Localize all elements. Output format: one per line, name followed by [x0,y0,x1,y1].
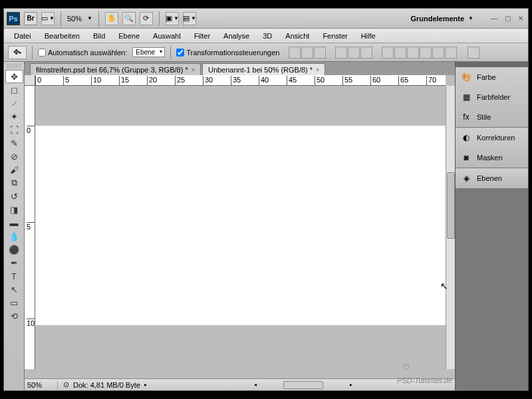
align-top-icon[interactable] [289,47,301,59]
menu-fenster[interactable]: Fenster [317,31,353,41]
app-window: Ps Br ▭▼ 50%▼ ✋ 🔍 ⟳ ▣▼ ▤▼ Grundelemente▼… [3,8,529,391]
vertical-ruler[interactable]: 0510 [25,86,35,369]
info-icon[interactable]: ⊙ [63,380,69,389]
align-group-1 [289,47,326,59]
gradient-tool[interactable]: ▬ [5,216,23,229]
dodge-tool[interactable]: ⚫ [5,243,23,256]
dist-3-icon[interactable] [407,47,419,59]
shape-tool[interactable]: ▭ [5,296,23,309]
crop-tool[interactable]: ⛶ [5,123,23,136]
menu-auswahl[interactable]: Auswahl [147,31,187,41]
arrange-icon[interactable]: ▤▼ [183,12,196,25]
maximize-button[interactable]: ▢ [503,14,512,23]
zoom-level[interactable]: 50% [67,15,82,23]
rotate-icon[interactable]: ⟳ [140,12,153,25]
tab-close-icon[interactable]: × [316,66,319,73]
pen-tool[interactable]: ✒ [5,256,23,269]
ebenen-icon: ◈ [461,173,471,184]
blur-tool[interactable]: 💧 [5,229,23,243]
hand-tool-icon[interactable]: ✋ [105,12,118,25]
align-bottom-icon[interactable] [314,47,326,59]
menu-ebene[interactable]: Ebene [112,31,146,41]
type-tool[interactable]: T [5,269,23,283]
layout-icon[interactable]: ▭▼ [41,12,55,25]
minimize-button[interactable]: — [489,14,499,23]
close-button[interactable]: ✕ [516,14,525,23]
menu-datei[interactable]: Datei [8,31,37,41]
dist-6-icon[interactable] [445,47,457,59]
farbfelder-icon: ▦ [461,92,471,102]
panel-farbe[interactable]: 🎨Farbe [456,67,528,87]
zoom-tool-icon[interactable]: 🔍 [122,12,136,25]
panel-stile[interactable]: fxStile [456,107,528,127]
dist-4-icon[interactable] [420,47,432,59]
horizontal-ruler[interactable]: 0510152025303540455055606570 [35,75,446,86]
canvas-container: 0510152025303540455055606570 0510 [25,75,455,378]
menu-bearbeiten[interactable]: Bearbeiten [39,31,86,41]
menu-3d[interactable]: 3D [257,31,278,41]
distribute-group [382,47,457,59]
panel-dock: 🎨Farbe▦FarbfelderfxStile ◐Korrekturen◙Ma… [455,62,528,390]
align-right-icon[interactable] [360,47,372,59]
dist-5-icon[interactable] [432,47,444,59]
menu-hilfe[interactable]: Hilfe [355,31,382,41]
document-area: filmstreifen.psd bei 66,7% (Gruppe 3, RG… [25,62,455,390]
3d-tool[interactable]: ⟲ [5,309,23,323]
options-bar: ✥▸ Automatisch auswählen: Ebene Transfor… [4,43,528,62]
menu-bild[interactable]: Bild [87,31,111,41]
menu-ansicht[interactable]: Ansicht [279,31,315,41]
align-group-2 [335,47,372,59]
document-canvas[interactable] [35,126,446,325]
document-tab[interactable]: Unbenannt-1 bei 50% (RGB/8) *× [202,63,325,75]
dist-2-icon[interactable] [394,47,406,59]
scrollbar-thumb[interactable] [447,172,455,239]
move-tool[interactable]: ✥ [5,70,23,83]
toolbox-handle[interactable] [7,63,21,68]
horizontal-scrollbar[interactable]: ◂▸ [152,381,455,389]
eraser-tool[interactable]: ◨ [5,203,23,216]
canvas[interactable] [35,86,446,369]
panel-farbfelder[interactable]: ▦Farbfelder [456,87,528,107]
wand-tool[interactable]: ✦ [5,110,23,123]
masken-icon: ◙ [461,152,471,163]
history-brush-tool[interactable]: ↺ [5,190,23,203]
menu-filter[interactable]: Filter [188,31,216,41]
align-left-icon[interactable] [335,47,347,59]
vertical-scrollbar[interactable] [446,86,455,369]
document-tabs: filmstreifen.psd bei 66,7% (Gruppe 3, RG… [25,62,455,75]
stile-icon: fx [461,112,471,122]
auto-align-icon[interactable] [467,47,479,59]
photoshop-logo-icon: Ps [7,12,20,25]
top-toolbar: Ps Br ▭▼ 50%▼ ✋ 🔍 ⟳ ▣▼ ▤▼ Grundelemente▼… [4,9,528,29]
brush-tool[interactable]: 🖌 [5,163,23,176]
document-tab[interactable]: filmstreifen.psd bei 66,7% (Gruppe 3, RG… [30,63,201,75]
chevron-down-icon[interactable]: ▼ [87,15,92,21]
marquee-tool[interactable]: ◻ [5,83,23,96]
status-zoom[interactable]: 50% [25,381,58,389]
dist-1-icon[interactable] [382,47,394,59]
bridge-icon[interactable]: Br [24,12,37,25]
align-vcenter-icon[interactable] [301,47,313,59]
move-tool-indicator[interactable]: ✥▸ [8,46,27,59]
tab-close-icon[interactable]: × [192,66,195,73]
work-area: ✥ ◻ ⟋ ✦ ⛶ ✎ ⊘ 🖌 ⧉ ↺ ◨ ▬ 💧 ⚫ ✒ T ↖ ▭ ⟲ fi… [4,62,528,390]
align-hcenter-icon[interactable] [348,47,360,59]
lasso-tool[interactable]: ⟋ [5,96,23,110]
workspace-switcher[interactable]: Grundelemente▼ [405,13,479,24]
menu-analyse[interactable]: Analyse [217,31,255,41]
panel-ebenen[interactable]: ◈Ebenen [456,168,528,188]
auto-select-checkbox[interactable]: Automatisch auswählen: [38,49,127,57]
panel-handle[interactable] [456,62,528,67]
eyedropper-tool[interactable]: ✎ [5,136,23,150]
transform-controls-checkbox[interactable]: Transformationssteuerungen [176,49,279,57]
menu-bar: DateiBearbeitenBildEbeneAuswahlFilterAna… [4,29,528,43]
path-tool[interactable]: ↖ [5,283,23,296]
status-bar: 50% ⊙Dok: 4,81 MB/0 Byte▸ ◂▸ [25,378,455,390]
layer-select-dropdown[interactable]: Ebene [132,47,165,57]
ruler-corner[interactable] [25,75,35,86]
panel-masken[interactable]: ◙Masken [456,148,528,168]
screen-mode-icon[interactable]: ▣▼ [166,12,179,25]
stamp-tool[interactable]: ⧉ [5,176,23,190]
healing-tool[interactable]: ⊘ [5,150,23,163]
panel-korrekturen[interactable]: ◐Korrekturen [456,128,528,148]
